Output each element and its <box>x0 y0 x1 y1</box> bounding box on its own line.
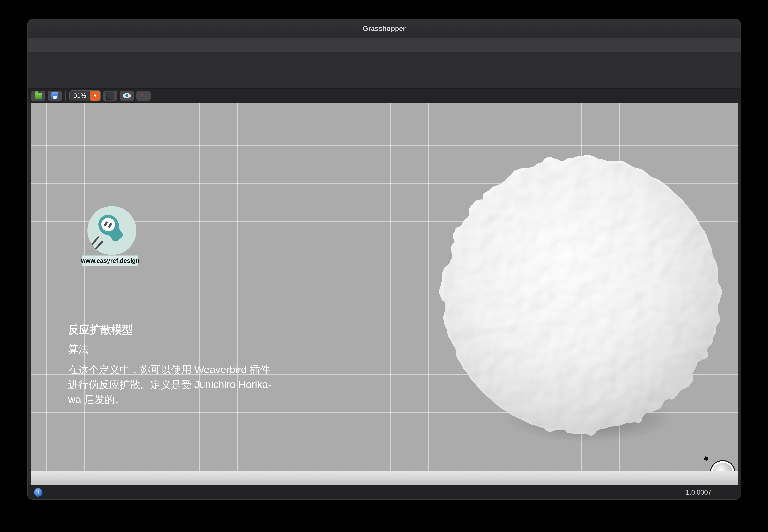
description-line: wa 启发的。 <box>68 392 314 407</box>
render-sphere <box>432 146 732 448</box>
zoom-dropdown-button[interactable]: ▾ <box>90 91 100 101</box>
description-text: 反应扩散模型 算法 在这个定义中，妳可以使用 Weaverbird 插件 进行伪… <box>48 299 334 427</box>
viewport-nav-ball[interactable] <box>710 460 735 472</box>
cursor-icon: ◆ <box>703 454 709 463</box>
description-subtitle: 算法 <box>68 342 314 356</box>
close-button[interactable] <box>34 25 40 32</box>
pen-icon: ✎ <box>140 92 146 100</box>
preview-eye-button[interactable] <box>120 91 134 101</box>
alert-icon[interactable]: ! <box>34 488 43 497</box>
traffic-lights <box>34 19 61 38</box>
zoom-extents-icon <box>106 92 114 100</box>
grasshopper-window: Grasshopper 91% ▾ ✎ www.easy <box>27 19 741 500</box>
description-line: 进行伪反应扩散。定义是受 Junichiro Horika- <box>68 377 314 392</box>
title-bar[interactable]: Grasshopper <box>28 19 741 38</box>
open-file-button[interactable] <box>31 91 45 101</box>
folder-icon <box>35 93 42 99</box>
logo-circle <box>87 206 136 255</box>
save-file-button[interactable] <box>48 91 62 101</box>
plug-icon <box>92 209 132 250</box>
eye-icon <box>123 93 131 98</box>
zoom-level-box[interactable]: 91% ▾ <box>69 90 101 101</box>
bottom-toolbar <box>31 471 738 485</box>
definition-canvas[interactable]: www.easyref.design 反应扩散模型 算法 在这个定义中，妳可以使… <box>31 103 738 472</box>
zoom-extents-button[interactable] <box>103 91 117 101</box>
description-title: 反应扩散模型 <box>68 323 314 337</box>
menu-tabs <box>28 38 741 52</box>
zoom-level-value: 91% <box>73 92 86 100</box>
minimize-button[interactable] <box>44 25 51 32</box>
window-title: Grasshopper <box>363 25 406 33</box>
easyref-logo: www.easyref.design <box>87 206 136 255</box>
canvas-toolbar: 91% ▾ ✎ <box>28 89 741 103</box>
sketch-button[interactable]: ✎ <box>136 91 150 101</box>
toolbar-divider <box>65 91 66 101</box>
floppy-icon <box>51 92 58 99</box>
status-bar: ! 1.0.0007 <box>28 485 741 499</box>
logo-url: www.easyref.design <box>82 255 138 266</box>
description-line: 在这个定义中，妳可以使用 Weaverbird 插件 <box>68 362 314 377</box>
version-label: 1.0.0007 <box>686 489 711 496</box>
component-toolbar <box>28 52 741 89</box>
zoom-button[interactable] <box>55 25 61 32</box>
